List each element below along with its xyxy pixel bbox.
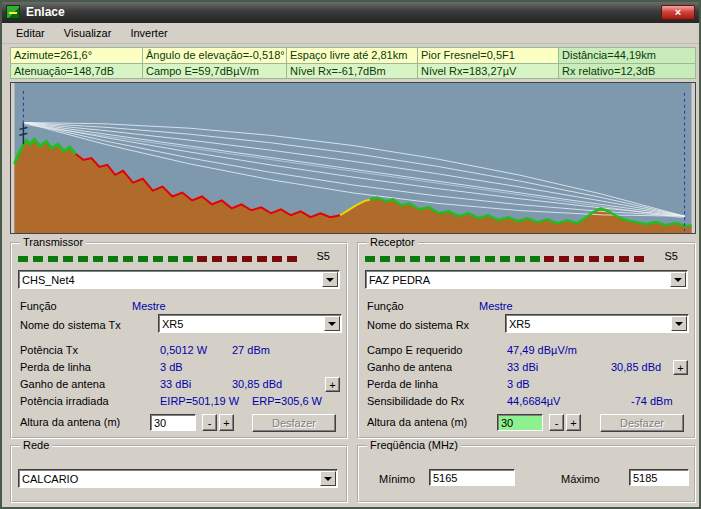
rx-unit-combo[interactable]: FAZ PEDRA [365,270,688,289]
tx-antenna-height-label: Altura da antena (m) [20,414,120,431]
rx-required-field-row: Campo E requerido 47,49 dBµV/m [367,342,690,359]
tx-antenna-height-input[interactable] [150,414,196,431]
menu-item-inverter[interactable]: Inverter [122,23,175,44]
rx-role-value[interactable]: Mestre [479,298,513,315]
info-elevation-angle: Ângulo de elevação=-0,518° [143,47,287,63]
field-value: 30,85 dBd [232,376,282,393]
tx-antenna-height-increase-button[interactable]: + [219,414,234,431]
field-value: 33 dBi [160,376,191,393]
rx-system-label: Nome do sistema Rx [367,316,469,335]
rx-signal-bar-red [544,256,645,262]
tx-antenna-height-decrease-button[interactable]: - [202,414,217,431]
app-icon [6,5,20,19]
rx-signal-bar [365,256,645,262]
field-value: 30,85 dBd [611,359,661,376]
rx-antenna-height-increase-button[interactable]: + [566,414,581,431]
frequency-min-label: Mínimo [379,473,415,485]
field-label: Ganho de antena [20,376,105,393]
field-label: Perda de linha [20,359,91,376]
rx-role-row: Função Mestre [367,298,690,315]
rx-undo-button[interactable]: Desfazer [600,414,684,432]
field-label: Perda de linha [367,376,438,393]
tx-system-combo[interactable]: XR5 [158,314,342,333]
info-azimuth: Azimute=261,6° [10,47,143,63]
menu-bar: Editar Visualizar Inverter [2,23,699,44]
rx-antenna-gain-row: Ganho de antena 33 dBi 30,85 dBd + [367,359,690,376]
dropdown-arrow-icon[interactable] [322,272,338,287]
field-value: EIRP=501,19 W [160,393,239,410]
network-groupbox: Rede CALCARIO [10,445,348,503]
tx-system-label: Nome do sistema Tx [20,316,121,335]
tx-role-row: Função Mestre [20,298,342,315]
info-rx-level-dbm: Nível Rx=-61,7dBm [287,63,418,79]
rx-sensitivity-row: Sensibilidade do Rx 44,6684µV -74 dBm [367,393,690,410]
tx-role-label: Função [20,298,57,315]
terrain-profile-chart [10,82,696,234]
rx-gain-plus-button[interactable]: + [673,360,688,375]
rx-antenna-height-decrease-button[interactable]: - [549,414,564,431]
title-bar: Enlace × [2,2,699,23]
field-value: 33 dBi [507,359,538,376]
dropdown-arrow-icon[interactable] [671,316,687,331]
network-legend: Rede [20,439,52,451]
menu-item-visualizar[interactable]: Visualizar [56,23,120,44]
tx-gain-plus-button[interactable]: + [325,377,340,392]
frequency-min-input[interactable] [429,469,515,486]
transmitter-legend: Transmissor [20,236,86,248]
dropdown-arrow-icon[interactable] [324,316,340,331]
field-value: 3 dB [160,359,183,376]
rx-line-loss-row: Perda de linha 3 dB [367,376,690,393]
tx-system-value: XR5 [162,317,323,331]
rx-system-combo[interactable]: XR5 [505,314,689,333]
tx-line-loss-row: Perda de linha 3 dB [20,359,342,376]
info-row-2: Atenuação=148,7dB Campo E=59,7dBµV/m Nív… [10,63,696,79]
field-label: Sensibilidade do Rx [367,393,464,410]
field-value: -74 dBm [631,393,673,410]
field-value: 3 dB [507,376,530,393]
tx-unit-combo[interactable]: CHS_Net4 [18,270,340,289]
rx-system-value: XR5 [509,317,670,331]
dropdown-arrow-icon[interactable] [670,272,686,287]
tx-role-value[interactable]: Mestre [132,298,166,315]
field-value: ERP=305,6 W [252,393,322,410]
window-title: Enlace [26,5,65,19]
rx-antenna-height-label: Altura da antena (m) [367,414,467,431]
field-label: Potência irradiada [20,393,109,410]
rx-antenna-height-row: Altura da antena (m) - + Desfazer [367,414,690,432]
dropdown-arrow-icon[interactable] [320,471,336,486]
enlace-window: Enlace × Editar Visualizar Inverter Azim… [0,0,701,509]
rx-unit-value: FAZ PEDRA [369,273,669,287]
tx-radiated-power-row: Potência irradiada EIRP=501,19 W ERP=305… [20,393,342,410]
rx-signal-level: S5 [665,250,678,262]
rx-role-label: Função [367,298,404,315]
tx-signal-bar-green [18,256,197,262]
network-combo[interactable]: CALCARIO [18,469,338,488]
receiver-legend: Receptor [367,236,418,248]
receiver-groupbox: Receptor S5 FAZ PEDRA Função Mestre Nome… [357,242,696,439]
close-button[interactable]: × [661,5,695,20]
field-label: Campo E requerido [367,342,462,359]
info-free-space: Espaço livre até 2,81km [287,47,418,63]
transmitter-groupbox: Transmissor S5 CHS_Net4 Função Mestre No… [10,242,348,439]
frequency-groupbox: Freqüência (MHz) Mínimo Máximo [357,445,696,503]
info-rx-relative: Rx relativo=12,3dB [559,63,696,79]
field-label: Ganho de antena [367,359,452,376]
tx-signal-bar [18,256,298,262]
info-bar: Azimute=261,6° Ângulo de elevação=-0,518… [10,47,696,79]
tx-undo-button[interactable]: Desfazer [252,414,336,432]
rx-signal-bar-green [365,256,544,262]
rx-antenna-height-input[interactable] [497,414,543,431]
info-distance: Distância=44,19km [559,47,696,63]
menu-item-editar[interactable]: Editar [8,23,53,44]
field-value: 0,5012 W [160,342,207,359]
field-value: 44,6684µV [507,393,560,410]
info-worst-fresnel: Pior Fresnel=0,5F1 [418,47,559,63]
field-value: 27 dBm [232,342,270,359]
frequency-max-input[interactable] [629,469,689,486]
network-value: CALCARIO [22,472,319,486]
field-label: Potência Tx [20,342,78,359]
tx-signal-level: S5 [317,250,330,262]
info-field-strength: Campo E=59,7dBµV/m [143,63,287,79]
field-value: 47,49 dBµV/m [507,342,577,359]
info-rx-level-uv: Nível Rx=183,27µV [418,63,559,79]
